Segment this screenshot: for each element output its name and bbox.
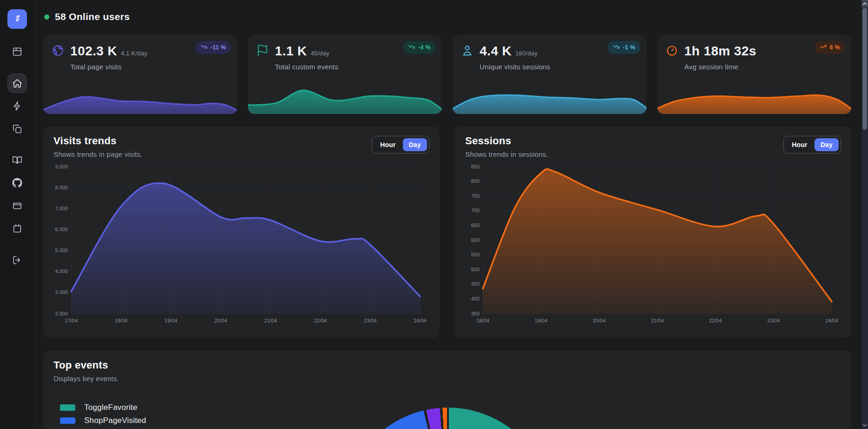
top-events-card: Top events Displays key events. ToggleFa… <box>43 350 851 429</box>
stat-value: 4.4 K <box>480 44 512 59</box>
sidebar <box>0 0 34 429</box>
sidebar-item-github[interactable] <box>7 173 27 193</box>
svg-text:8.000: 8.000 <box>55 185 68 190</box>
trend-badge: 6 % <box>815 41 845 54</box>
visits-trends-area-chart: 17/0418/0419/0420/0421/0422/0423/0424/04… <box>51 162 429 326</box>
svg-text:23/04: 23/04 <box>364 318 377 323</box>
chart-subtitle: Shows trends in sessions. <box>465 150 548 158</box>
trending-down-icon <box>200 43 207 52</box>
globe-icon <box>52 44 64 59</box>
scrollbar-thumb[interactable] <box>862 8 867 130</box>
calendar-icon <box>12 223 22 234</box>
svg-text:450: 450 <box>471 281 480 287</box>
svg-text:800: 800 <box>471 178 480 184</box>
svg-text:21/04: 21/04 <box>651 318 664 323</box>
stat-card-total-page-visits: 102.3 K 4.1 K/day Total page visits -11 … <box>43 35 237 114</box>
stat-value: 1h 18m 32s <box>684 44 756 59</box>
chart-title: Visits trends <box>53 135 143 147</box>
logout-icon <box>12 255 22 265</box>
stat-rate: 45/day <box>311 50 329 57</box>
top-events-title: Top events <box>53 359 841 371</box>
wallet-icon <box>12 201 22 211</box>
sidebar-item-calendar[interactable] <box>7 219 27 238</box>
toggle-hour-button[interactable]: Hour <box>374 138 401 151</box>
charts-row: Visits trends Shows trends in page visit… <box>43 127 851 338</box>
stat-value: 1.1 K <box>275 44 307 59</box>
vertical-scrollbar[interactable] <box>861 0 868 429</box>
app-logo[interactable] <box>7 9 27 29</box>
copy-icon <box>12 124 22 134</box>
svg-text:21/04: 21/04 <box>264 318 277 323</box>
swan-logo-icon <box>12 13 23 26</box>
svg-text:19/04: 19/04 <box>534 318 548 323</box>
user-icon <box>461 44 474 59</box>
legend-swatch <box>60 404 75 411</box>
toggle-day-button[interactable]: Day <box>403 138 427 151</box>
top-events-pie-chart <box>343 408 553 429</box>
hour-day-toggle: Hour Day <box>783 136 841 154</box>
sidebar-item-events[interactable] <box>7 96 27 116</box>
sparkline-chart <box>657 86 851 114</box>
svg-text:500: 500 <box>471 267 480 272</box>
legend-item-shoppagevisited[interactable]: ShopPageVisited <box>60 416 161 425</box>
trend-badge: -1 % <box>608 41 641 54</box>
sidebar-item-docs[interactable] <box>7 150 27 170</box>
svg-text:19/04: 19/04 <box>165 318 178 323</box>
legend-item-togglefavorite[interactable]: ToggleFavorite <box>60 403 161 412</box>
svg-text:22/04: 22/04 <box>709 318 722 323</box>
svg-text:7.000: 7.000 <box>55 206 68 211</box>
trending-down-icon <box>613 43 620 52</box>
stat-value: 102.3 K <box>70 44 117 59</box>
stat-label: Total custom events <box>275 63 434 71</box>
toggle-day-button[interactable]: Day <box>815 138 839 151</box>
svg-text:700: 700 <box>471 208 480 213</box>
sessions-area-chart: 18/0419/0420/0421/0422/0423/0424/0485080… <box>462 162 841 326</box>
chart-title: Sessions <box>465 135 548 147</box>
svg-text:850: 850 <box>471 164 480 169</box>
scrollbar-down-arrow[interactable] <box>861 422 868 429</box>
hour-day-toggle: Hour Day <box>372 136 429 154</box>
main-content: 58 Online users 102.3 K 4.1 K/day Total … <box>34 0 868 429</box>
svg-text:4.000: 4.000 <box>55 268 68 274</box>
stat-card-avg-session-time: 1h 18m 32s Avg session time 6 % <box>657 35 851 114</box>
sidebar-item-wallet[interactable] <box>7 196 27 215</box>
svg-text:650: 650 <box>471 222 480 228</box>
svg-text:550: 550 <box>471 252 480 257</box>
svg-text:17/04: 17/04 <box>65 318 78 323</box>
svg-text:400: 400 <box>471 296 480 302</box>
scrollbar-up-arrow[interactable] <box>861 0 868 7</box>
timer-icon <box>666 44 678 59</box>
sparkline-chart <box>248 86 442 114</box>
svg-text:18/04: 18/04 <box>476 318 489 323</box>
trend-badge: -4 % <box>403 41 436 54</box>
sidebar-item-home[interactable] <box>7 74 27 93</box>
sparkline-chart <box>43 86 237 114</box>
svg-text:2.000: 2.000 <box>55 311 68 316</box>
stat-cards-row: 102.3 K 4.1 K/day Total page visits -11 … <box>43 35 851 114</box>
online-status-dot <box>44 14 49 20</box>
chart-subtitle: Shows trends in page visits. <box>53 150 143 158</box>
sidebar-item-panels[interactable] <box>7 42 27 61</box>
online-users-title: 58 Online users <box>55 11 130 22</box>
svg-text:6.000: 6.000 <box>55 227 68 232</box>
visits-trends-card: Visits trends Shows trends in page visit… <box>43 127 440 338</box>
online-users-header: 58 Online users <box>44 11 851 22</box>
stat-label: Total page visits <box>70 63 229 71</box>
svg-text:600: 600 <box>471 237 480 243</box>
stat-rate: 4.1 K/day <box>121 50 147 57</box>
stat-card-total-custom-events: 1.1 K 45/day Total custom events -4 % <box>248 35 442 114</box>
svg-text:5.000: 5.000 <box>55 248 68 253</box>
sidebar-item-logout[interactable] <box>7 250 27 270</box>
svg-text:18/04: 18/04 <box>114 318 127 323</box>
svg-text:23/04: 23/04 <box>767 318 780 323</box>
sidebar-item-copy[interactable] <box>7 119 27 139</box>
zap-icon <box>12 101 22 111</box>
layout-panels-icon <box>12 47 22 57</box>
stat-label: Unique visits sessions <box>480 63 638 71</box>
github-icon <box>12 178 22 188</box>
toggle-hour-button[interactable]: Hour <box>786 138 813 151</box>
svg-text:22/04: 22/04 <box>314 318 327 323</box>
sessions-card: Sessions Shows trends in sessions. Hour … <box>455 127 851 338</box>
svg-text:24/04: 24/04 <box>414 318 427 323</box>
stat-label: Avg session time <box>684 63 843 71</box>
